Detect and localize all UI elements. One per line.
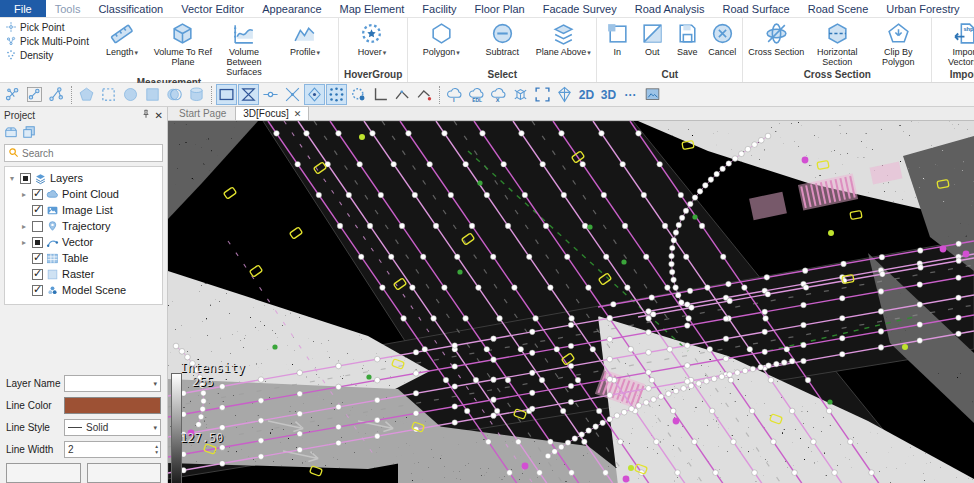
vector-vertex[interactable]: [805, 377, 811, 383]
pick-point-button[interactable]: Pick Point: [3, 21, 91, 33]
vector-vertex[interactable]: [676, 222, 682, 228]
vector-vertex[interactable]: [878, 329, 884, 335]
vector-vertex[interactable]: [490, 254, 496, 260]
vector-vertex[interactable]: [878, 309, 884, 315]
menu-tab-gsreconstruction-beta-[interactable]: GSReconstruction(Beta): [969, 0, 974, 17]
green-point-marker[interactable]: [366, 374, 371, 379]
vector-vertex[interactable]: [768, 377, 774, 383]
tree-item-raster[interactable]: Raster: [7, 266, 162, 282]
vector-vertex[interactable]: [448, 192, 454, 198]
vector-vertex[interactable]: [826, 408, 832, 414]
vector-vertex[interactable]: [399, 223, 405, 229]
vector-vertex[interactable]: [749, 408, 755, 414]
vector-vertex[interactable]: [596, 408, 602, 414]
vector-vertex[interactable]: [410, 285, 416, 291]
vector-vertex[interactable]: [505, 377, 511, 383]
split-nodes-icon[interactable]: [46, 84, 67, 105]
menu-tab-urban-forestry[interactable]: Urban Forestry: [877, 0, 968, 17]
vector-vertex[interactable]: [452, 343, 458, 349]
vector-vertex[interactable]: [601, 192, 607, 198]
vector-vertex[interactable]: [670, 408, 676, 414]
vector-vertex[interactable]: [789, 358, 795, 364]
checkbox[interactable]: [20, 173, 31, 184]
vector-vertex[interactable]: [625, 285, 631, 291]
checkbox[interactable]: [32, 189, 43, 200]
expander-icon[interactable]: ▸: [19, 238, 29, 247]
vector-vertex[interactable]: [704, 378, 710, 384]
screenshot-icon[interactable]: [642, 84, 663, 105]
vector-vertex[interactable]: [703, 183, 709, 189]
vector-vertex[interactable]: [735, 370, 741, 376]
volume-between-surfaces-button[interactable]: Volume Between Surfaces: [214, 19, 274, 77]
vector-vertex[interactable]: [443, 377, 449, 383]
intersection-snap-icon[interactable]: [282, 84, 303, 105]
vector-vertex[interactable]: [413, 411, 419, 417]
magenta-point-marker[interactable]: [963, 251, 970, 258]
vector-vertex[interactable]: [801, 358, 807, 364]
vector-vertex[interactable]: [752, 470, 758, 476]
vector-vertex[interactable]: [582, 223, 588, 229]
viewport-tab-3d-focus-[interactable]: 3D[Focus]✕: [235, 106, 309, 120]
vector-vertex[interactable]: [723, 316, 729, 322]
vector-vertex[interactable]: [491, 397, 497, 403]
bounding-box-icon[interactable]: [510, 84, 531, 105]
vector-vertex[interactable]: [391, 161, 397, 167]
vector-vertex[interactable]: [297, 447, 303, 453]
vector-vertex[interactable]: [643, 254, 649, 260]
vector-vertex[interactable]: [832, 470, 838, 476]
close-tab-icon[interactable]: ✕: [294, 109, 302, 119]
bottom-button-2[interactable]: [87, 463, 162, 483]
vector-vertex[interactable]: [669, 253, 675, 259]
checkbox[interactable]: [32, 237, 43, 248]
vector-vertex[interactable]: [956, 315, 962, 321]
vector-vertex[interactable]: [618, 439, 624, 445]
vector-vertex[interactable]: [646, 316, 652, 322]
subtract-button[interactable]: Subtract: [472, 19, 532, 57]
green-point-marker[interactable]: [692, 214, 697, 219]
vector-vertex[interactable]: [452, 404, 458, 410]
vector-vertex[interactable]: [452, 384, 458, 390]
vector-vertex[interactable]: [297, 391, 303, 397]
green-point-marker[interactable]: [272, 344, 277, 349]
vector-vertex[interactable]: [388, 254, 394, 260]
vector-vertex[interactable]: [537, 470, 543, 476]
vector-vertex[interactable]: [723, 356, 729, 362]
vector-vertex[interactable]: [452, 420, 458, 426]
expander-icon[interactable]: ▸: [19, 222, 29, 231]
hover-button[interactable]: Hover▾: [342, 19, 402, 57]
line-style-select[interactable]: Solid▾: [64, 419, 161, 436]
vector-vertex[interactable]: [258, 438, 264, 444]
3d-viewport[interactable]: Intensity 255 127.50: [168, 121, 974, 483]
vector-vertex[interactable]: [526, 254, 532, 260]
bottom-button-1[interactable]: [6, 463, 81, 483]
vector-vertex[interactable]: [665, 285, 671, 291]
vector-vertex[interactable]: [548, 285, 554, 291]
vector-vertex[interactable]: [683, 208, 689, 214]
vector-vertex[interactable]: [742, 368, 748, 374]
tab-file[interactable]: File: [0, 0, 46, 17]
vector-vertex[interactable]: [336, 384, 342, 390]
box-icon[interactable]: [4, 125, 18, 141]
vector-vertex[interactable]: [673, 388, 679, 394]
vector-vertex[interactable]: [839, 295, 845, 301]
vector-vertex[interactable]: [646, 386, 652, 392]
vector-vertex[interactable]: [569, 316, 575, 322]
vector-vertex[interactable]: [879, 254, 885, 260]
vector-vertex[interactable]: [679, 300, 685, 306]
draw-polygon-icon[interactable]: [238, 84, 259, 105]
vector-vertex[interactable]: [173, 343, 179, 349]
vector-vertex[interactable]: [406, 131, 412, 137]
vector-vertex[interactable]: [539, 377, 545, 383]
vector-vertex[interactable]: [442, 285, 448, 291]
vector-vertex[interactable]: [673, 230, 679, 236]
view-2d-button[interactable]: 2D: [576, 84, 597, 105]
vector-vertex[interactable]: [358, 254, 364, 260]
vector-vertex[interactable]: [781, 360, 787, 366]
full-extent-icon[interactable]: [532, 84, 553, 105]
in-button[interactable]: In: [600, 19, 634, 57]
vector-vertex[interactable]: [766, 363, 772, 369]
tree-item-point-cloud[interactable]: ▸Point Cloud: [7, 186, 162, 202]
vector-vertex[interactable]: [401, 316, 407, 322]
vector-vertex[interactable]: [728, 377, 734, 383]
point-snap-icon[interactable]: [326, 84, 347, 105]
